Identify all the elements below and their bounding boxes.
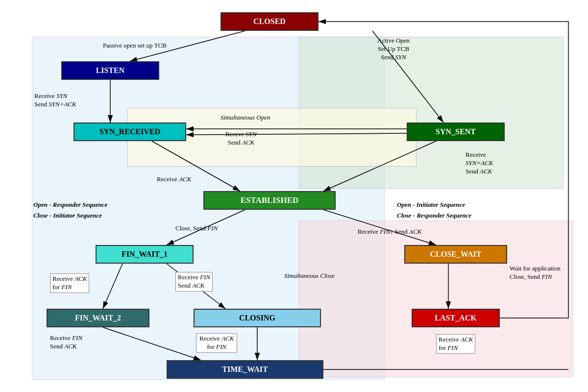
label-simultaneous-close: Simultaneous Close	[284, 272, 335, 280]
state-time-wait: TIME_WAIT	[167, 360, 323, 379]
label-receive-ack-fin-last: Receive ACKfor FIN	[436, 334, 475, 354]
label-receive-syn-send-ack: Receve SYNSend ACK	[225, 130, 257, 147]
state-fin-wait-1: FIN_WAIT_1	[96, 245, 194, 264]
label-receive-fin-send-ack-right: Receive FIN↓ Send ACK	[358, 228, 421, 236]
bg-close-responder	[299, 220, 573, 377]
label-active-open: Active OpenSet Up TCBSend SYN	[377, 37, 410, 62]
label-passive-open: Passive open set up TCB	[103, 42, 167, 50]
state-fin-wait-2: FIN_WAIT_2	[47, 309, 149, 327]
label-receive-ack-established: Receive ACK	[157, 175, 191, 184]
state-syn-sent: SYN_SENT	[407, 122, 505, 141]
state-close-wait: CLOSE_WAIT	[404, 245, 507, 264]
state-syn-received: SYN_RECEIVED	[74, 122, 186, 141]
label-receive-fin-send-ack-middle: Receive FINSend ACK	[175, 272, 213, 292]
label-open-responder: Open - Responder Sequence	[33, 201, 107, 209]
tcp-diagram: CLOSED LISTEN SYN_SENT SYN_RECEIVED ESTA…	[5, 5, 583, 387]
label-close-send-fin: Close, Send FIN	[175, 224, 218, 233]
label-receive-syn-send-synack: Receive SYNSend SYN+ACK	[34, 92, 76, 109]
state-established: ESTABLISHED	[203, 191, 336, 210]
label-receive-ack-fin-closing: Receive ACKfor FIN	[196, 333, 237, 353]
label-receive-fin-send-ack-fw2: Receive FINSend ACK	[50, 334, 82, 351]
label-receive-ack-fin-fw2: Receive ACKfor FIN	[50, 273, 89, 293]
label-wait-for-application: Wait for applicationClose, Send FIN	[510, 265, 561, 281]
label-close-responder: Close - Responder Sequence	[397, 212, 471, 220]
label-receive-synack-send-ack: ReceiveSYN+ACKSend ACK	[466, 151, 493, 176]
label-simultaneous-open: Simultaneous Open	[220, 114, 270, 122]
state-closing: CLOSING	[194, 309, 321, 327]
state-closed: CLOSED	[220, 12, 318, 31]
state-listen: LISTEN	[61, 61, 159, 80]
label-close-initiator: Close - Initiator Sequence	[33, 212, 102, 220]
state-last-ack: LAST_ACK	[412, 309, 500, 327]
label-open-initiator: Open - Initiator Sequence	[397, 201, 465, 209]
